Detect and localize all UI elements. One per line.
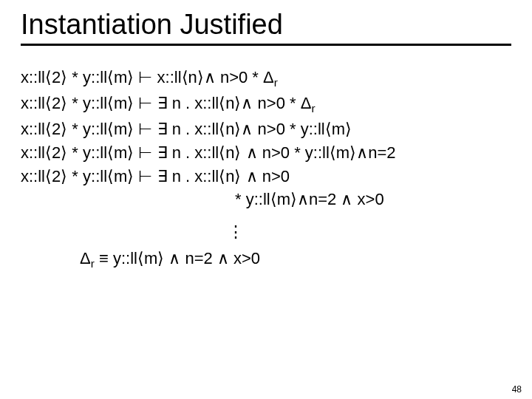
derivation-line: x::ll⟨2⟩ * y::ll⟨m⟩ ⊢ ∃ n . x::ll⟨n⟩∧ n>… bbox=[21, 118, 511, 140]
slide: Instantiation Justified x::ll⟨2⟩ * y::ll… bbox=[0, 0, 532, 399]
derivation-line: x::ll⟨2⟩ * y::ll⟨m⟩ ⊢ ∃ n . x::ll⟨n⟩ ∧ n… bbox=[21, 166, 511, 188]
title-underline bbox=[21, 44, 511, 46]
slide-title: Instantiation Justified bbox=[21, 9, 511, 41]
derivation-line: x::ll⟨2⟩ * y::ll⟨m⟩ ⊢ x::ll⟨n⟩∧ n>0 * Δr bbox=[21, 66, 511, 91]
delta-symbol: Δ bbox=[80, 249, 91, 267]
ellipsis-vertical-icon: ⋮ bbox=[21, 221, 511, 243]
page-number: 48 bbox=[512, 384, 522, 395]
definition-text: ≡ y::ll⟨m⟩ ∧ n=2 ∧ x>0 bbox=[95, 249, 260, 267]
definition-line: Δr ≡ y::ll⟨m⟩ ∧ n=2 ∧ x>0 bbox=[21, 248, 511, 272]
derivation-line: x::ll⟨2⟩ * y::ll⟨m⟩ ⊢ ∃ n . x::ll⟨n⟩ ∧ n… bbox=[21, 142, 511, 164]
derivation-line: x::ll⟨2⟩ * y::ll⟨m⟩ ⊢ ∃ n . x::ll⟨n⟩∧ n>… bbox=[21, 92, 511, 117]
subscript: r bbox=[311, 103, 315, 115]
line-text: x::ll⟨2⟩ * y::ll⟨m⟩ ⊢ x::ll⟨n⟩∧ n>0 * Δ bbox=[21, 68, 274, 86]
slide-body: x::ll⟨2⟩ * y::ll⟨m⟩ ⊢ x::ll⟨n⟩∧ n>0 * Δr… bbox=[21, 66, 511, 272]
subscript: r bbox=[274, 76, 278, 89]
line-text: x::ll⟨2⟩ * y::ll⟨m⟩ ⊢ ∃ n . x::ll⟨n⟩∧ n>… bbox=[21, 94, 311, 112]
derivation-line-continuation: * y::ll⟨m⟩∧n=2 ∧ x>0 bbox=[21, 188, 511, 211]
